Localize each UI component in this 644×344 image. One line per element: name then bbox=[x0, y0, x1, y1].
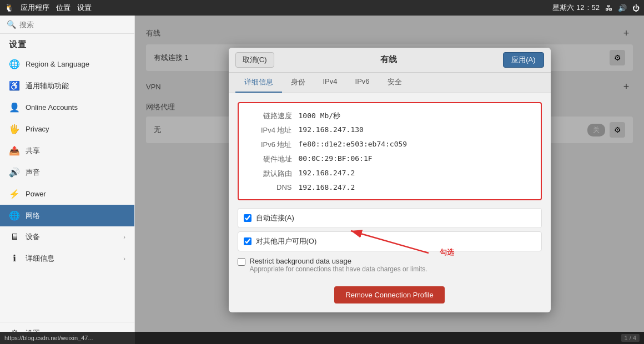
modal-titlebar: 取消(C) 有线 应用(A) bbox=[229, 48, 551, 73]
restrict-row: Restrict background data usage Appropria… bbox=[238, 255, 542, 275]
sidebar-item-label: 网络 bbox=[26, 211, 40, 221]
apply-button[interactable]: 应用(A) bbox=[503, 52, 544, 68]
main-area: 🔍 设置 🌐 Region & Language ♿ 通用辅助功能 👤 Onli… bbox=[0, 16, 644, 344]
privacy-icon: 🖐 bbox=[9, 124, 20, 134]
sidebar-item-label: Privacy bbox=[26, 125, 49, 133]
details-icon: ℹ bbox=[9, 253, 20, 264]
sidebar-item-label: 设备 bbox=[26, 232, 40, 242]
modal-tabs: 详细信息 身份 IPv4 IPv6 安全 bbox=[229, 73, 551, 93]
value-ipv4: 192.168.247.130 bbox=[299, 125, 364, 135]
sound-icon: 🔊 bbox=[9, 167, 20, 178]
chevron-right-icon-2: › bbox=[123, 255, 125, 262]
value-gateway: 192.168.247.2 bbox=[299, 169, 355, 179]
modal-body: 链路速度 1000 Mb/秒 IPv4 地址 192.168.247.130 I… bbox=[229, 93, 551, 312]
sidebar-item-accessibility[interactable]: ♿ 通用辅助功能 bbox=[0, 75, 134, 97]
sidebar-item-label: 通用辅助功能 bbox=[26, 81, 69, 91]
auto-connect-row: 自动连接(A) bbox=[238, 208, 542, 228]
search-input[interactable] bbox=[19, 21, 128, 29]
cancel-button[interactable]: 取消(C) bbox=[235, 52, 274, 68]
label-speed: 链路速度 bbox=[248, 111, 292, 121]
allow-others-label: 对其他用户可用(O) bbox=[256, 236, 317, 246]
sidebar-item-label: Region & Language bbox=[26, 60, 89, 68]
info-row-mac: 硬件地址 00:0C:29:BF:06:1F bbox=[248, 152, 532, 166]
sidebar-item-label: 详细信息 bbox=[26, 254, 54, 264]
accessibility-icon: ♿ bbox=[9, 80, 20, 91]
restrict-sublabel: Appropriate for connections that have da… bbox=[250, 265, 427, 273]
tab-identity[interactable]: 身份 bbox=[282, 73, 314, 93]
remove-connection-button[interactable]: Remove Connection Profile bbox=[334, 286, 444, 303]
restrict-text: Restrict background data usage Appropria… bbox=[250, 257, 427, 273]
tab-ipv6[interactable]: IPv6 bbox=[346, 73, 379, 93]
info-row-ipv4: IPv4 地址 192.168.247.130 bbox=[248, 123, 532, 138]
value-speed: 1000 Mb/秒 bbox=[299, 111, 341, 121]
label-ipv6: IPv6 地址 bbox=[248, 140, 292, 150]
tab-details[interactable]: 详细信息 bbox=[235, 73, 282, 93]
sidebar-item-label: 共享 bbox=[26, 146, 40, 156]
power-icon: ⏻ bbox=[632, 4, 640, 12]
position-menu[interactable]: 位置 bbox=[56, 3, 71, 13]
sidebar-item-network[interactable]: 🌐 网络 bbox=[0, 205, 134, 226]
devices-icon: 🖥 bbox=[9, 232, 20, 242]
sidebar-title: 设置 bbox=[0, 34, 134, 53]
sidebar-item-label: Power bbox=[26, 190, 46, 198]
sidebar-item-region[interactable]: 🌐 Region & Language bbox=[0, 53, 134, 75]
modal-title: 有线 bbox=[274, 54, 504, 65]
value-dns: 192.168.247.2 bbox=[299, 183, 355, 191]
auto-connect-label: 自动连接(A) bbox=[256, 213, 294, 223]
allow-others-row: 对其他用户可用(O) bbox=[238, 231, 542, 251]
sidebar-item-online-accounts[interactable]: 👤 Online Accounts bbox=[0, 97, 134, 118]
info-row-ipv6: IPv6 地址 fe80::d1e2:e503:eb74:c059 bbox=[248, 138, 532, 152]
restrict-checkbox[interactable] bbox=[238, 258, 245, 266]
wired-modal: 取消(C) 有线 应用(A) 详细信息 身份 IPv4 IPv6 安全 bbox=[229, 48, 551, 312]
share-icon: 📤 bbox=[9, 145, 20, 156]
network-icon: 🖧 bbox=[605, 4, 612, 12]
label-gateway: 默认路由 bbox=[248, 169, 292, 179]
sidebar-item-details[interactable]: ℹ 详细信息 › bbox=[0, 247, 134, 269]
value-mac: 00:0C:29:BF:06:1F bbox=[299, 154, 373, 164]
restrict-label: Restrict background data usage bbox=[250, 257, 427, 265]
network-icon: 🌐 bbox=[9, 210, 20, 221]
label-dns: DNS bbox=[248, 183, 292, 191]
allow-others-checkbox[interactable] bbox=[244, 237, 251, 245]
search-bar[interactable]: 🔍 bbox=[0, 16, 134, 34]
app-menu[interactable]: 应用程序 bbox=[21, 3, 49, 13]
sidebar-item-sound[interactable]: 🔊 声音 bbox=[0, 161, 134, 183]
sidebar-item-privacy[interactable]: 🖐 Privacy bbox=[0, 118, 134, 140]
bottom-url: https://blog.csdn.net/weixin_47... bbox=[4, 335, 93, 341]
right-content: 有线 + 有线连接 1 ⚙ VPN + 网络代理 无 关 ⚙ bbox=[135, 16, 644, 344]
sidebar-item-label: Online Accounts bbox=[26, 103, 78, 112]
label-mac: 硬件地址 bbox=[248, 154, 292, 164]
power-icon: ⚡ bbox=[9, 189, 20, 199]
volume-icon: 🔊 bbox=[618, 4, 627, 12]
tab-ipv4[interactable]: IPv4 bbox=[314, 73, 346, 93]
sidebar-item-power[interactable]: ⚡ Power bbox=[0, 183, 134, 205]
info-row-speed: 链路速度 1000 Mb/秒 bbox=[248, 109, 532, 123]
topbar-right: 星期六 12：52 🖧 🔊 ⏻ bbox=[552, 3, 640, 13]
region-icon: 🌐 bbox=[9, 59, 20, 69]
info-row-gateway: 默认路由 192.168.247.2 bbox=[248, 166, 532, 181]
info-box: 链路速度 1000 Mb/秒 IPv4 地址 192.168.247.130 I… bbox=[238, 102, 542, 200]
sidebar-item-share[interactable]: 📤 共享 bbox=[0, 140, 134, 161]
value-ipv6: fe80::d1e2:e503:eb74:c059 bbox=[299, 140, 407, 150]
remove-section: Remove Connection Profile bbox=[238, 286, 542, 303]
auto-connect-checkbox[interactable] bbox=[244, 214, 251, 222]
sidebar-item-label: 声音 bbox=[26, 168, 40, 178]
topbar-left: 🐧 应用程序 位置 设置 bbox=[4, 3, 92, 13]
chevron-right-icon: › bbox=[123, 234, 125, 240]
tab-security[interactable]: 安全 bbox=[379, 73, 411, 93]
topbar: 🐧 应用程序 位置 设置 星期六 12：52 🖧 🔊 ⏻ bbox=[0, 0, 644, 16]
label-ipv4: IPv4 地址 bbox=[248, 125, 292, 135]
modal-overlay: 取消(C) 有线 应用(A) 详细信息 身份 IPv4 IPv6 安全 bbox=[135, 16, 644, 344]
sidebar: 🔍 设置 🌐 Region & Language ♿ 通用辅助功能 👤 Onli… bbox=[0, 16, 135, 344]
search-icon: 🔍 bbox=[7, 20, 16, 29]
app-icon: 🐧 bbox=[4, 3, 14, 12]
sidebar-item-devices[interactable]: 🖥 设备 › bbox=[0, 226, 134, 247]
online-accounts-icon: 👤 bbox=[9, 102, 20, 113]
datetime: 星期六 12：52 bbox=[552, 3, 600, 13]
settings-menu[interactable]: 设置 bbox=[77, 3, 92, 13]
info-row-dns: DNS 192.168.247.2 bbox=[248, 181, 532, 194]
